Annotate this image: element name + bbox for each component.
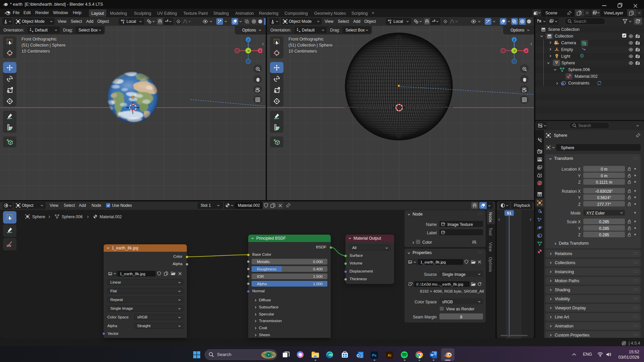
svg-text:W: W bbox=[431, 353, 434, 357]
svg-text:X: X bbox=[259, 49, 262, 53]
svg-text:Ps: Ps bbox=[372, 353, 376, 357]
svg-text:Z: Z bbox=[513, 38, 515, 42]
svg-text:Z: Z bbox=[247, 38, 249, 42]
svg-text:Ai: Ai bbox=[388, 353, 391, 357]
svg-text:-Y: -Y bbox=[247, 49, 250, 53]
svg-text:-Y: -Y bbox=[513, 49, 516, 53]
svg-text:X: X bbox=[525, 49, 528, 53]
